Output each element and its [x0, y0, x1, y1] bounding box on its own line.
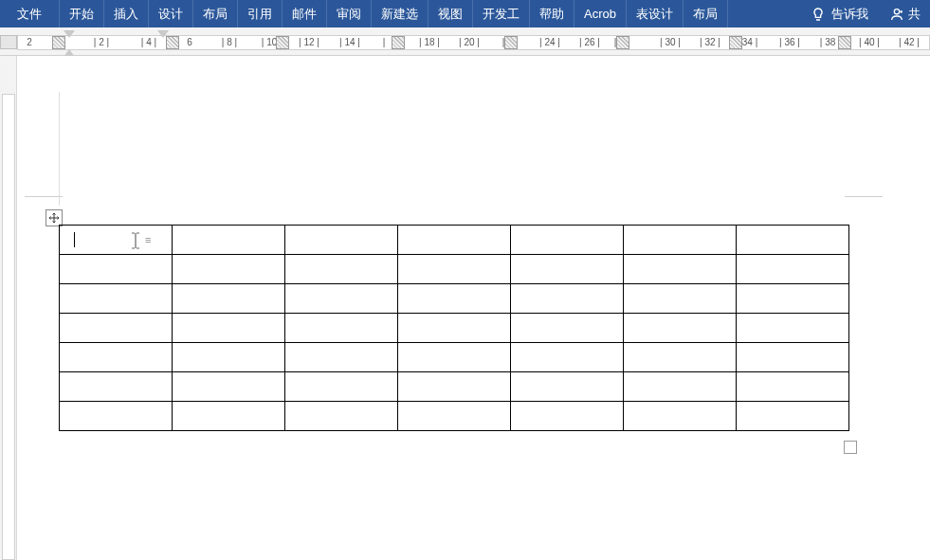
table-cell[interactable] [285, 314, 398, 343]
table-cell[interactable] [398, 372, 511, 402]
table-row[interactable] [60, 255, 849, 284]
first-line-indent-marker[interactable] [64, 30, 75, 38]
tab-home[interactable]: 开始 [60, 0, 104, 27]
table-cell[interactable] [511, 255, 624, 284]
tell-me-search[interactable]: 告诉我 [799, 0, 880, 27]
table-cell[interactable] [511, 343, 624, 372]
ruler-column-marker[interactable] [276, 36, 289, 49]
table-cell[interactable] [511, 372, 624, 402]
table-cell[interactable] [173, 343, 285, 372]
ruler-column-marker[interactable] [838, 36, 851, 49]
table-row[interactable] [60, 226, 849, 255]
table-cell[interactable] [737, 343, 849, 372]
table-cell[interactable] [737, 226, 849, 255]
table-cell[interactable] [60, 284, 173, 314]
table-cell[interactable] [398, 255, 511, 284]
ribbon-tabs: 文件 开始 插入 设计 布局 引用 邮件 审阅 新建选 视图 开发工 帮助 Ac… [0, 0, 930, 27]
table-cell[interactable] [173, 255, 285, 284]
tab-newtab[interactable]: 新建选 [372, 0, 429, 27]
ruler-column-marker[interactable] [52, 36, 65, 49]
document-table[interactable] [59, 225, 849, 431]
table-resize-handle[interactable] [844, 441, 857, 454]
table-cell[interactable] [285, 343, 398, 372]
table-cell[interactable] [60, 314, 173, 343]
tab-help[interactable]: 帮助 [530, 0, 574, 27]
tab-references[interactable]: 引用 [238, 0, 283, 27]
ruler-column-marker[interactable] [504, 36, 518, 49]
table-cell[interactable] [737, 314, 849, 343]
ruler-h-tick: | 10 [262, 37, 278, 47]
ruler-column-marker[interactable] [166, 36, 179, 49]
tell-me-label: 告诉我 [831, 6, 868, 23]
horizontal-ruler-area: 2 | 2 | | 4 | 6 | 8 | | 10 | 12 | | 14 |… [0, 27, 930, 56]
table-cell[interactable] [173, 402, 285, 431]
tab-developer[interactable]: 开发工 [473, 0, 530, 27]
ruler-column-marker[interactable] [616, 36, 629, 49]
table-cell[interactable] [285, 402, 398, 431]
user-icon [889, 7, 904, 22]
table-cell[interactable] [60, 255, 173, 284]
tab-review[interactable]: 审阅 [327, 0, 372, 27]
table-cell[interactable] [737, 402, 849, 431]
table-cell[interactable] [173, 372, 285, 402]
table-cell[interactable] [737, 255, 849, 284]
table-cell[interactable] [285, 372, 398, 402]
table-cell[interactable] [398, 402, 511, 431]
table-cell[interactable] [285, 255, 398, 284]
tab-layout[interactable]: 布局 [193, 0, 238, 27]
tab-insert[interactable]: 插入 [104, 0, 149, 27]
page-canvas[interactable]: ≡ [17, 56, 930, 560]
table-row[interactable] [60, 372, 849, 402]
table-cell[interactable] [737, 284, 849, 314]
table-cell[interactable] [173, 284, 285, 314]
table-cell[interactable] [624, 402, 737, 431]
table-cell[interactable] [398, 343, 511, 372]
table-cell[interactable] [624, 284, 737, 314]
tab-acrobat[interactable]: Acrob [574, 0, 627, 27]
table-cell[interactable] [624, 372, 737, 402]
table-cell[interactable] [511, 402, 624, 431]
ruler-h-tick: | 30 | [660, 37, 681, 47]
ruler-h-tick: | 38 [820, 37, 836, 47]
right-indent-marker[interactable] [157, 30, 169, 38]
ruler-h-tick: | 2 | [94, 37, 109, 47]
table-cell[interactable] [511, 284, 624, 314]
vertical-ruler[interactable] [0, 56, 17, 560]
table-row[interactable] [60, 314, 849, 343]
ruler-h-tick: | 42 | [899, 37, 920, 47]
tab-table-design[interactable]: 表设计 [627, 0, 684, 27]
tab-view[interactable]: 视图 [429, 0, 473, 27]
table-cell[interactable] [398, 284, 511, 314]
tab-mailings[interactable]: 邮件 [283, 0, 327, 27]
table-cell[interactable] [60, 226, 173, 255]
move-icon [48, 212, 60, 224]
table-cell[interactable] [624, 343, 737, 372]
tab-table-layout[interactable]: 布局 [684, 0, 728, 27]
ruler-column-marker[interactable] [729, 36, 742, 49]
horizontal-ruler[interactable]: 2 | 2 | | 4 | 6 | 8 | | 10 | 12 | | 14 |… [17, 35, 930, 50]
ruler-column-marker[interactable] [392, 36, 405, 49]
table-cell[interactable] [624, 314, 737, 343]
table-cell[interactable] [60, 402, 173, 431]
table-cell[interactable] [511, 226, 624, 255]
table-row[interactable] [60, 343, 849, 372]
table-cell[interactable] [624, 226, 737, 255]
share-label: 共 [908, 6, 921, 23]
table-cell[interactable] [624, 255, 737, 284]
table-row[interactable] [60, 402, 849, 431]
table-cell[interactable] [173, 314, 285, 343]
table-cell[interactable] [60, 372, 173, 402]
table-cell[interactable] [285, 226, 398, 255]
share-user[interactable]: 共 [880, 0, 930, 27]
tab-file[interactable]: 文件 [0, 0, 60, 27]
table-row[interactable] [60, 284, 849, 314]
table-cell[interactable] [398, 314, 511, 343]
tab-design[interactable]: 设计 [149, 0, 193, 27]
table-cell[interactable] [511, 314, 624, 343]
table-cell[interactable] [737, 372, 849, 402]
ruler-corner[interactable] [0, 35, 17, 49]
table-cell[interactable] [173, 226, 285, 255]
table-cell[interactable] [60, 343, 173, 372]
table-cell[interactable] [285, 284, 398, 314]
table-cell[interactable] [398, 226, 511, 255]
